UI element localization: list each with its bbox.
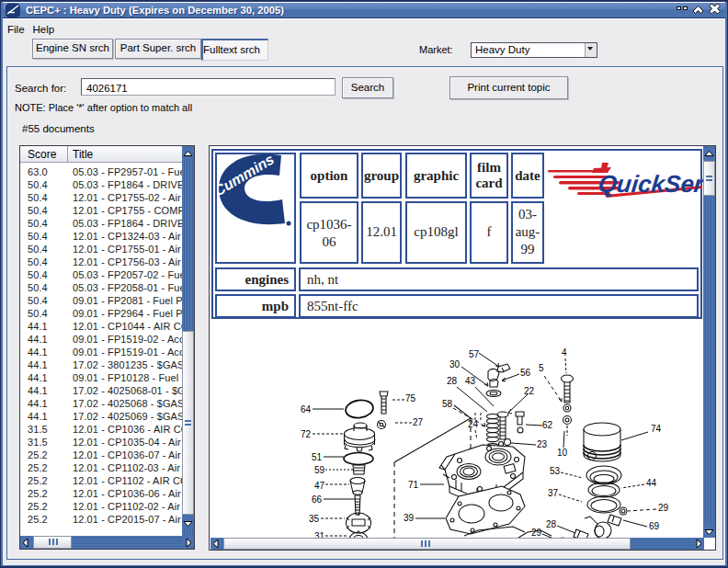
svg-text:QuickServe: QuickServe [597, 170, 703, 198]
svg-text:47: 47 [314, 481, 325, 491]
svg-text:72: 72 [301, 429, 312, 439]
svg-text:56: 56 [520, 368, 531, 378]
svg-text:5: 5 [539, 363, 544, 373]
svg-text:62: 62 [542, 420, 553, 430]
svg-text:10: 10 [557, 448, 568, 458]
svg-text:58: 58 [442, 399, 453, 409]
svg-text:53: 53 [550, 466, 561, 476]
svg-text:23: 23 [537, 439, 548, 449]
svg-text:57: 57 [469, 349, 480, 359]
svg-text:39: 39 [404, 513, 415, 523]
svg-text:75: 75 [405, 393, 416, 403]
svg-text:4: 4 [562, 347, 567, 358]
svg-text:43: 43 [465, 376, 476, 386]
svg-text:64: 64 [301, 404, 312, 415]
svg-text:30: 30 [449, 359, 461, 369]
svg-text:24: 24 [468, 419, 479, 429]
svg-text:59: 59 [314, 465, 325, 475]
svg-text:71: 71 [408, 480, 419, 490]
svg-text:44: 44 [646, 478, 657, 488]
svg-text:28: 28 [447, 376, 458, 386]
svg-text:31: 31 [314, 531, 325, 538]
svg-text:28: 28 [546, 519, 557, 529]
svg-text:51: 51 [312, 452, 323, 462]
svg-text:29: 29 [658, 503, 669, 513]
svg-text:29: 29 [531, 528, 542, 538]
svg-text:69: 69 [649, 521, 660, 531]
svg-text:35: 35 [309, 514, 320, 524]
svg-text:27: 27 [413, 417, 424, 427]
svg-text:74: 74 [651, 424, 662, 434]
svg-text:66: 66 [312, 494, 323, 505]
svg-text:37: 37 [548, 488, 559, 498]
svg-text:22: 22 [524, 386, 535, 396]
